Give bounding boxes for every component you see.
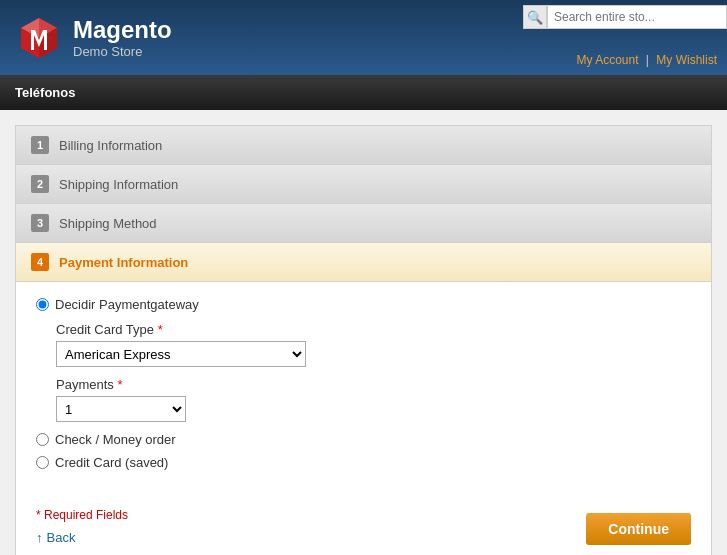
required-note: * Required Fields <box>36 508 128 522</box>
step-4-number: 4 <box>31 253 49 271</box>
magento-logo-icon <box>15 14 63 62</box>
credit-card-saved-radio[interactable] <box>36 456 49 469</box>
checkout-steps: 1 Billing Information 2 Shipping Informa… <box>15 125 712 555</box>
main-content: 1 Billing Information 2 Shipping Informa… <box>0 110 727 555</box>
brand-tagline: Demo Store <box>73 44 172 59</box>
account-links: My Account | My Wishlist <box>576 53 717 67</box>
search-button[interactable]: 🔍 <box>523 5 547 29</box>
step-3: 3 Shipping Method <box>16 204 711 243</box>
gateway-radio[interactable] <box>36 298 49 311</box>
credit-card-type-group: Credit Card Type * American Express Visa… <box>56 322 691 367</box>
logo-text: Magento Demo Store <box>73 16 172 60</box>
link-separator: | <box>646 53 649 67</box>
logo-area: Magento Demo Store <box>15 14 172 62</box>
payments-label: Payments * <box>56 377 691 392</box>
continue-button[interactable]: Continue <box>586 513 691 545</box>
step-1: 1 Billing Information <box>16 126 711 165</box>
gateway-option: Decidir Paymentgateway <box>36 297 691 312</box>
back-arrow-icon: ↑ <box>36 530 43 545</box>
required-star-1: * <box>158 322 163 337</box>
back-link[interactable]: ↑ Back <box>36 530 128 545</box>
search-input[interactable] <box>547 5 727 29</box>
step-2-number: 2 <box>31 175 49 193</box>
back-label: Back <box>47 530 76 545</box>
step-4-label: Payment Information <box>59 255 188 270</box>
brand-name: Magento <box>73 16 172 45</box>
payment-content: Decidir Paymentgateway Credit Card Type … <box>16 282 711 498</box>
check-money-radio[interactable] <box>36 433 49 446</box>
payment-options: Check / Money order Credit Card (saved) <box>36 432 691 470</box>
my-account-link[interactable]: My Account <box>576 53 638 67</box>
payments-select[interactable]: 1 2 3 6 12 <box>56 396 186 422</box>
step-2-label: Shipping Information <box>59 177 178 192</box>
search-bar: 🔍 <box>523 5 727 29</box>
required-star-2: * <box>117 377 122 392</box>
step-3-label: Shipping Method <box>59 216 157 231</box>
step-1-label: Billing Information <box>59 138 162 153</box>
step-1-number: 1 <box>31 136 49 154</box>
nav-bar: Teléfonos <box>0 75 727 110</box>
footer-actions: * Required Fields ↑ Back Continue <box>16 498 711 555</box>
check-money-option: Check / Money order <box>36 432 691 447</box>
nav-category: Teléfonos <box>15 85 75 100</box>
payments-group: Payments * 1 2 3 6 12 <box>56 377 691 422</box>
step-2: 2 Shipping Information <box>16 165 711 204</box>
credit-card-saved-option: Credit Card (saved) <box>36 455 691 470</box>
credit-card-saved-label: Credit Card (saved) <box>55 455 168 470</box>
credit-card-type-label: Credit Card Type * <box>56 322 691 337</box>
check-money-label: Check / Money order <box>55 432 176 447</box>
step-3-number: 3 <box>31 214 49 232</box>
my-wishlist-link[interactable]: My Wishlist <box>656 53 717 67</box>
credit-card-type-select[interactable]: American Express Visa MasterCard <box>56 341 306 367</box>
header: Magento Demo Store 🔍 My Account | My Wis… <box>0 0 727 75</box>
step-4: 4 Payment Information <box>16 243 711 282</box>
gateway-label: Decidir Paymentgateway <box>55 297 199 312</box>
back-link-area: * Required Fields ↑ Back <box>36 508 128 545</box>
